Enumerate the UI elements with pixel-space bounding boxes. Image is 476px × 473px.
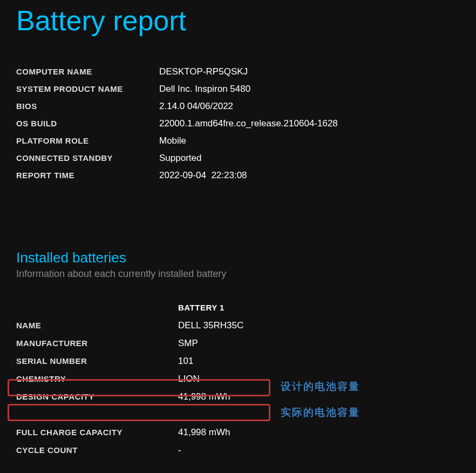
platform-role-value: Mobile	[159, 133, 460, 150]
battery-manufacturer-row: MANUFACTURER SMP	[16, 334, 460, 352]
report-time-label: REPORT TIME	[16, 167, 159, 185]
battery-name-row: NAME DELL 35RH35C	[16, 316, 460, 334]
battery-full-charge-value: 41,998 mWh	[178, 423, 460, 441]
report-time-row: REPORT TIME 2022-09-04 22:23:08	[16, 167, 460, 185]
battery-spacer-row	[16, 406, 460, 423]
bios-value: 2.14.0 04/06/2022	[159, 98, 460, 116]
battery-cycle-count-value: -	[178, 441, 460, 459]
battery-serial-row: SERIAL NUMBER 101	[16, 352, 460, 370]
battery-chemistry-row: CHEMISTRY LION	[16, 370, 460, 388]
system-product-value: Dell Inc. Inspiron 5480	[159, 81, 460, 98]
battery-manufacturer-value: SMP	[178, 334, 460, 352]
battery-table: BATTERY 1 NAME DELL 35RH35C MANUFACTURER…	[16, 299, 460, 459]
system-product-row: SYSTEM PRODUCT NAME Dell Inc. Inspiron 5…	[16, 81, 460, 98]
batteries-section-subtitle: Information about each currently install…	[16, 268, 460, 280]
system-info-table: COMPUTER NAME DESKTOP-RP5QSKJ SYSTEM PRO…	[16, 64, 460, 185]
report-time-value: 2022-09-04 22:23:08	[159, 167, 460, 185]
bios-label: BIOS	[16, 98, 159, 116]
battery-header-row: BATTERY 1	[16, 299, 460, 316]
spacer	[16, 406, 178, 423]
annotation-actual-capacity: 实际的电池容量	[281, 406, 360, 420]
connected-standby-label: CONNECTED STANDBY	[16, 150, 159, 167]
battery-design-capacity-label: DESIGN CAPACITY	[16, 388, 178, 406]
os-build-value: 22000.1.amd64fre.co_release.210604-1628	[159, 116, 460, 133]
connected-standby-value: Supported	[159, 150, 460, 167]
battery-cycle-count-label: CYCLE COUNT	[16, 441, 178, 459]
battery-cycle-count-row: CYCLE COUNT -	[16, 441, 460, 459]
system-product-label: SYSTEM PRODUCT NAME	[16, 81, 159, 98]
battery-header-empty	[16, 299, 178, 316]
battery-chemistry-label: CHEMISTRY	[16, 370, 178, 388]
battery-manufacturer-label: MANUFACTURER	[16, 334, 178, 352]
battery-design-capacity-row: DESIGN CAPACITY 41,998 mWh	[16, 388, 460, 406]
annotation-design-capacity: 设计的电池容量	[281, 380, 360, 394]
batteries-section-title: Installed batteries	[16, 249, 460, 266]
computer-name-value: DESKTOP-RP5QSKJ	[159, 64, 460, 81]
battery-full-charge-row: FULL CHARGE CAPACITY 41,998 mWh	[16, 423, 460, 441]
battery-full-charge-label: FULL CHARGE CAPACITY	[16, 423, 178, 441]
platform-role-label: PLATFORM ROLE	[16, 133, 159, 150]
platform-role-row: PLATFORM ROLE Mobile	[16, 133, 460, 150]
page-title: Battery report	[16, 0, 460, 64]
os-build-label: OS BUILD	[16, 116, 159, 133]
computer-name-row: COMPUTER NAME DESKTOP-RP5QSKJ	[16, 64, 460, 81]
computer-name-label: COMPUTER NAME	[16, 64, 159, 81]
battery-header-value: BATTERY 1	[178, 299, 460, 316]
battery-serial-value: 101	[178, 352, 460, 370]
battery-serial-label: SERIAL NUMBER	[16, 352, 178, 370]
battery-name-value: DELL 35RH35C	[178, 316, 460, 334]
connected-standby-row: CONNECTED STANDBY Supported	[16, 150, 460, 167]
bios-row: BIOS 2.14.0 04/06/2022	[16, 98, 460, 116]
battery-name-label: NAME	[16, 316, 178, 334]
os-build-row: OS BUILD 22000.1.amd64fre.co_release.210…	[16, 116, 460, 133]
